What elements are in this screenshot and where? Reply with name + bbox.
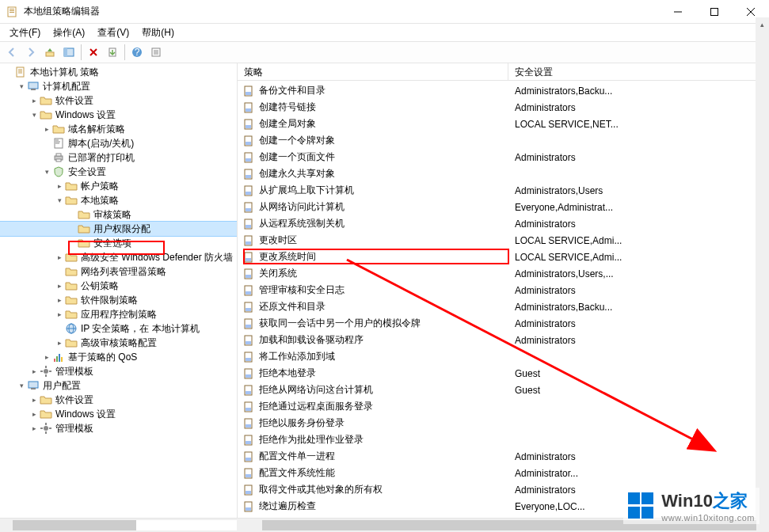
tree-item-software-restriction[interactable]: 软件限制策略: [0, 293, 237, 307]
menu-help[interactable]: 帮助(H): [137, 25, 179, 41]
svg-rect-24: [29, 82, 38, 89]
tree-item-windows-settings[interactable]: Windows 设置: [0, 108, 237, 122]
policy-row[interactable]: 从远程系统强制关机Administrators: [238, 215, 769, 232]
tree-item-windows-defender-firewall[interactable]: 高级安全 Windows Defender 防火墙: [0, 250, 237, 264]
tree-item-user-software-settings[interactable]: 软件设置: [0, 393, 237, 407]
list-body[interactable]: 备份文件和目录Administrators,Backu...创建符号链接Admi…: [238, 81, 769, 518]
policy-row[interactable]: 创建全局对象LOCAL SERVICE,NET...: [238, 116, 769, 132]
scroll-up-arrow[interactable]: ▴: [756, 17, 769, 31]
policy-icon: [242, 218, 255, 230]
policy-row[interactable]: 从扩展坞上取下计算机Administrators,Users: [238, 182, 769, 199]
tree-item-security-settings[interactable]: 安全设置: [0, 165, 237, 179]
tree-expander-icon[interactable]: [41, 125, 52, 133]
column-security-setting[interactable]: 安全设置: [508, 63, 769, 80]
tree-item-account-policies[interactable]: 帐户策略: [0, 179, 237, 193]
svg-rect-54: [246, 125, 251, 128]
tree-item-user-rights-assignment[interactable]: 用户权限分配: [0, 222, 237, 236]
help-button[interactable]: ?: [128, 44, 146, 61]
tree-item-public-key-policies[interactable]: 公钥策略: [0, 279, 237, 293]
tree-item-application-control[interactable]: 应用程序控制策略: [0, 307, 237, 321]
tree-item-software-settings[interactable]: 软件设置: [0, 93, 237, 108]
up-button[interactable]: [41, 44, 59, 61]
advanced-audit-icon: [65, 336, 78, 349]
policy-row[interactable]: 配置文件单一进程Administrators: [238, 448, 769, 465]
policy-row[interactable]: 拒绝本地登录Guest: [238, 365, 769, 382]
tree-expander-icon[interactable]: [54, 182, 65, 190]
tree-expander-icon[interactable]: [29, 97, 40, 104]
back-button[interactable]: [3, 44, 21, 61]
tree-expander-icon[interactable]: [54, 310, 65, 318]
forward-button[interactable]: [22, 44, 40, 61]
policy-row[interactable]: 创建永久共享对象: [238, 165, 769, 182]
tree-expander-icon[interactable]: [29, 410, 40, 418]
menu-view[interactable]: 查看(V): [93, 25, 134, 41]
policy-name: 关闭系统: [259, 267, 297, 280]
tree-expander-icon[interactable]: [16, 382, 27, 390]
policy-row[interactable]: 创建一个页面文件Administrators: [238, 149, 769, 165]
policy-row[interactable]: 获取同一会话中另一个用户的模拟令牌Administrators: [238, 315, 769, 332]
policy-row[interactable]: 创建符号链接Administrators: [238, 99, 769, 116]
policy-row[interactable]: 将工作站添加到域: [238, 348, 769, 365]
minimize-button[interactable]: [660, 0, 696, 24]
tree-item-user-windows-settings[interactable]: Windows 设置: [0, 407, 237, 421]
tree-expander-icon[interactable]: [54, 339, 65, 347]
tree-item-scripts[interactable]: 脚本(启动/关机): [0, 136, 237, 150]
tree-item-user-admin-templates[interactable]: 管理模板: [0, 421, 237, 435]
menu-file[interactable]: 文件(F): [5, 25, 45, 41]
policy-name: 还原文件和目录: [259, 300, 325, 314]
policy-row[interactable]: 创建一个令牌对象: [238, 132, 769, 149]
tree-expander-icon[interactable]: [54, 296, 65, 304]
policy-row[interactable]: 备份文件和目录Administrators,Backu...: [238, 82, 769, 99]
show-hide-tree-button[interactable]: [60, 44, 78, 61]
policy-row[interactable]: 拒绝通过远程桌面服务登录: [238, 398, 769, 415]
tree-item-network-list-manager[interactable]: 网络列表管理器策略: [0, 264, 237, 279]
delete-button[interactable]: [85, 44, 102, 61]
tree-item-user-configuration[interactable]: 用户配置: [0, 378, 237, 393]
policy-row[interactable]: 拒绝作为批处理作业登录: [238, 431, 769, 448]
tree-item-computer-configuration[interactable]: 计算机配置: [0, 79, 237, 93]
policy-row[interactable]: 拒绝以服务身份登录: [238, 415, 769, 431]
tree-item-advanced-audit[interactable]: 高级审核策略配置: [0, 336, 237, 350]
tree-expander-icon[interactable]: [41, 353, 52, 361]
policy-row[interactable]: 更改时区LOCAL SERVICE,Admi...: [238, 232, 769, 249]
tree-pane[interactable]: 本地计算机 策略计算机配置软件设置Windows 设置域名解析策略脚本(启动/关…: [0, 63, 238, 518]
tree-item-ip-security-policies[interactable]: IP 安全策略，在 本地计算机: [0, 321, 237, 336]
tree-item-deployed-printers[interactable]: 已部署的打印机: [0, 150, 237, 165]
policy-row[interactable]: 关闭系统Administrators,Users,...: [238, 265, 769, 282]
tree-item-administrative-templates[interactable]: 管理模板: [0, 364, 237, 378]
tree-expander-icon[interactable]: [54, 196, 65, 204]
policy-row[interactable]: 加载和卸载设备驱动程序Administrators: [238, 332, 769, 348]
vertical-scrollbar[interactable]: ▴: [756, 17, 769, 532]
administrative-templates-icon: [40, 365, 52, 378]
policy-qos-icon: [52, 351, 65, 363]
export-list-button[interactable]: [104, 44, 121, 61]
maximize-button[interactable]: [696, 0, 733, 24]
tree-expander-icon[interactable]: [29, 367, 40, 375]
properties-button[interactable]: [147, 44, 165, 61]
tree-label: 用户权限分配: [93, 222, 150, 236]
tree-expander-icon[interactable]: [29, 424, 40, 432]
policy-row[interactable]: 管理审核和安全日志Administrators: [238, 282, 769, 298]
tree-expander-icon[interactable]: [54, 253, 65, 261]
tree-expander-icon[interactable]: [29, 396, 40, 404]
column-policy[interactable]: 策略: [238, 63, 508, 80]
audit-policy-icon: [78, 208, 90, 221]
tree-item-root[interactable]: 本地计算机 策略: [0, 65, 237, 79]
policy-row[interactable]: 拒绝从网络访问这台计算机Guest: [238, 382, 769, 398]
tree-item-local-policies[interactable]: 本地策略: [0, 193, 237, 207]
tree-expander-icon[interactable]: [41, 168, 52, 176]
policy-row[interactable]: 更改系统时间LOCAL SERVICE,Admi...: [238, 249, 769, 265]
policy-setting: Administrators: [508, 451, 769, 462]
tree-item-name-resolution-policy[interactable]: 域名解析策略: [0, 122, 237, 136]
tree-item-security-options[interactable]: 安全选项: [0, 236, 237, 250]
tree-item-policy-qos[interactable]: 基于策略的 QoS: [0, 350, 237, 364]
tree-expander-icon[interactable]: [54, 282, 65, 290]
policy-row[interactable]: 从网络访问此计算机Everyone,Administrat...: [238, 199, 769, 215]
tree-item-audit-policy[interactable]: 审核策略: [0, 207, 237, 222]
svg-rect-10: [64, 48, 67, 56]
tree-expander-icon[interactable]: [29, 111, 40, 119]
menu-action[interactable]: 操作(A): [48, 25, 89, 41]
policy-row[interactable]: 配置文件系统性能Administrator...: [238, 465, 769, 481]
policy-row[interactable]: 还原文件和目录Administrators,Backu...: [238, 298, 769, 315]
tree-expander-icon[interactable]: [16, 82, 27, 90]
